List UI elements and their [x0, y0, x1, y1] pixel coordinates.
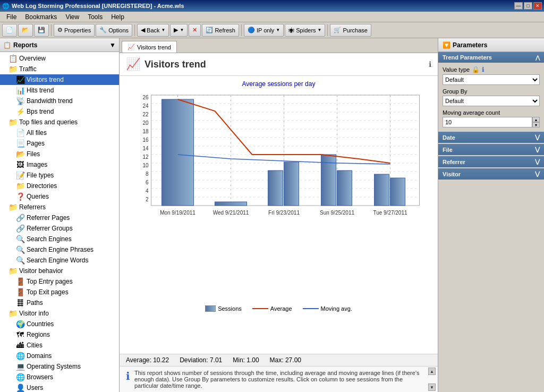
svg-text:20: 20	[142, 120, 149, 126]
refresh-label: Refresh	[215, 27, 235, 33]
date-section[interactable]: Date ⋁	[438, 132, 544, 143]
maximize-button[interactable]: □	[524, 2, 532, 10]
left-panel-title: 📋 Reports	[3, 41, 37, 49]
tree-item-domains[interactable]: 🌐Domains	[0, 351, 119, 361]
tree-item-bandwidth-trend[interactable]: 📡Bandwidth trend	[0, 96, 119, 106]
visitor-section[interactable]: Visitor ⋁	[438, 168, 544, 180]
tree-icon: 🔗	[16, 224, 24, 233]
scroll-down-button[interactable]: ▼	[428, 384, 436, 391]
tree-item-pages[interactable]: 📃Pages	[0, 138, 119, 149]
tree-item-top-entry-pages[interactable]: 🚪Top Entry pages	[0, 276, 119, 287]
tree-item-referrers[interactable]: 📁Referrers	[0, 202, 119, 212]
tree-item-paths[interactable]: 🛤Paths	[0, 297, 119, 308]
svg-text:8: 8	[146, 171, 149, 177]
tree-item-all-files[interactable]: 📄All files	[0, 127, 119, 138]
tree-item-referrer-groups[interactable]: 🔗Referrer Groups	[0, 223, 119, 234]
content-info-icon[interactable]: ℹ	[429, 60, 431, 69]
tree-item-visitor-behavior[interactable]: 📁Visitor behavior	[0, 266, 119, 276]
tree-item-search-engines[interactable]: 🔍Search Engines	[0, 234, 119, 244]
spin-up-button[interactable]: ▲	[532, 117, 540, 122]
tree-item-traffic[interactable]: 📁Traffic	[0, 64, 119, 74]
menu-bookmarks[interactable]: Bookmarks	[21, 12, 61, 22]
tree-item-search-engine-words[interactable]: 🔍Search Engine Words	[0, 255, 119, 266]
file-section[interactable]: File ⋁	[438, 144, 544, 155]
minimize-button[interactable]: —	[514, 2, 523, 10]
panel-menu-icon[interactable]: ▼	[109, 41, 116, 49]
svg-text:16: 16	[142, 137, 149, 143]
toolbar-ip-only[interactable]: 🔵 IP only ▼	[244, 24, 284, 37]
tree-item-regions[interactable]: 🗺Regions	[0, 329, 119, 340]
tree-icon: 🔍	[16, 245, 24, 254]
tree-item-images[interactable]: 🖼Images	[0, 159, 119, 170]
tree-item-users[interactable]: 👤Users	[0, 382, 119, 392]
tree-icon: 🖼	[16, 160, 24, 169]
tree-item-file-types[interactable]: 📝File types	[0, 170, 119, 181]
tree-item-top-exit-pages[interactable]: 🚪Top Exit pages	[0, 287, 119, 297]
tab-bar: 📈 Visitors trend	[120, 38, 438, 53]
toolbar-open[interactable]: 📂	[18, 24, 33, 37]
spin-down-button[interactable]: ▼	[532, 122, 540, 127]
close-button[interactable]: ✕	[533, 2, 542, 10]
app-title: Web Log Storming Professional [UNREGISTE…	[12, 3, 184, 9]
tree-icon: 📁	[16, 182, 24, 190]
svg-rect-38	[375, 174, 389, 206]
tree-icon: 🌐	[16, 373, 24, 381]
ip-only-icon: 🔵	[248, 27, 255, 33]
tree-item-visitors-trend[interactable]: 📈Visitors trend	[0, 74, 119, 85]
tree-item-operating-systems[interactable]: 💻Operating Systems	[0, 361, 119, 372]
spiders-dropdown: ▼	[318, 28, 322, 32]
properties-label: Properties	[64, 27, 91, 33]
tree-label: Paths	[27, 299, 43, 306]
legend-average-line	[252, 308, 268, 309]
trend-parameters-header[interactable]: Trend Parameters ⋀	[438, 52, 544, 63]
tree-item-search-engine-phrases[interactable]: 🔍Search Engine Phrases	[0, 244, 119, 255]
tree-item-queries[interactable]: ❓Queries	[0, 191, 119, 202]
tree-item-bps-trend[interactable]: ⚡Bps trend	[0, 106, 119, 117]
options-label: Options	[108, 27, 129, 33]
scroll-up-button[interactable]: ▲	[428, 368, 436, 375]
toolbar-refresh[interactable]: 🔄 Refresh	[202, 24, 239, 37]
tree-item-countries[interactable]: 🌍Countries	[0, 319, 119, 329]
back-label: Back	[147, 27, 159, 33]
tree-label: Referrers	[19, 203, 46, 211]
group-by-text: Group By	[443, 88, 467, 95]
toolbar-stop[interactable]: ✕	[189, 24, 201, 37]
toolbar-spiders[interactable]: 🕷 Spiders ▼	[285, 24, 325, 37]
menu-tools[interactable]: Tools	[83, 12, 107, 22]
toolbar-forward[interactable]: ▶ ▼	[170, 24, 188, 37]
tree-item-overview[interactable]: 📋Overview	[0, 53, 119, 64]
tree-item-referrer-pages[interactable]: 🔗Referrer Pages	[0, 212, 119, 223]
toolbar-purchase[interactable]: 🛒 Purchase	[330, 24, 371, 37]
toolbar-properties[interactable]: ⚙ Properties	[54, 24, 95, 37]
right-panel-header: 🔽 Parameters	[438, 38, 544, 52]
tree-label: Top files and queries	[19, 118, 78, 126]
left-panel: 📋 Reports ▼ 📋Overview📁Traffic📈Visitors t…	[0, 38, 120, 392]
group-by-select[interactable]: Default	[443, 96, 540, 106]
tree-item-hits-trend[interactable]: 📊Hits trend	[0, 85, 119, 96]
tree-item-top-files-and-queries[interactable]: 📁Top files and queries	[0, 117, 119, 127]
toolbar-new[interactable]: 📄	[2, 24, 17, 37]
tree-item-visitor-info[interactable]: 📁Visitor info	[0, 308, 119, 319]
trend-parameters-label: Trend Parameters	[443, 54, 492, 61]
toolbar-options[interactable]: 🔧 Options	[96, 24, 132, 37]
tree-item-cities[interactable]: 🏙Cities	[0, 340, 119, 351]
menu-view[interactable]: View	[61, 12, 83, 22]
toolbar-back[interactable]: ◀ Back ▼	[137, 24, 169, 37]
tree-item-browsers[interactable]: 🌐Browsers	[0, 372, 119, 382]
tree-icon: 📁	[8, 309, 17, 318]
toolbar-save[interactable]: 💾	[34, 24, 49, 37]
tree-item-files[interactable]: 📂Files	[0, 149, 119, 159]
referrer-section[interactable]: Referrer ⋁	[438, 156, 544, 167]
menu-file[interactable]: File	[2, 12, 21, 22]
moving-avg-input[interactable]	[443, 117, 532, 127]
visitors-trend-tab[interactable]: 📈 Visitors trend	[122, 41, 177, 53]
legend-moving-avg: Moving avg.	[303, 305, 352, 312]
svg-text:Fri 9/23/2011: Fri 9/23/2011	[268, 210, 300, 216]
value-type-select[interactable]: Default	[443, 74, 540, 85]
tree-item-directories[interactable]: 📁Directories	[0, 181, 119, 191]
menu-help[interactable]: Help	[107, 12, 129, 22]
ip-only-label: IP only	[257, 27, 274, 33]
tree-icon: 🗺	[16, 330, 24, 339]
tree-label: File types	[27, 172, 54, 179]
tree-label: Pages	[27, 140, 45, 147]
